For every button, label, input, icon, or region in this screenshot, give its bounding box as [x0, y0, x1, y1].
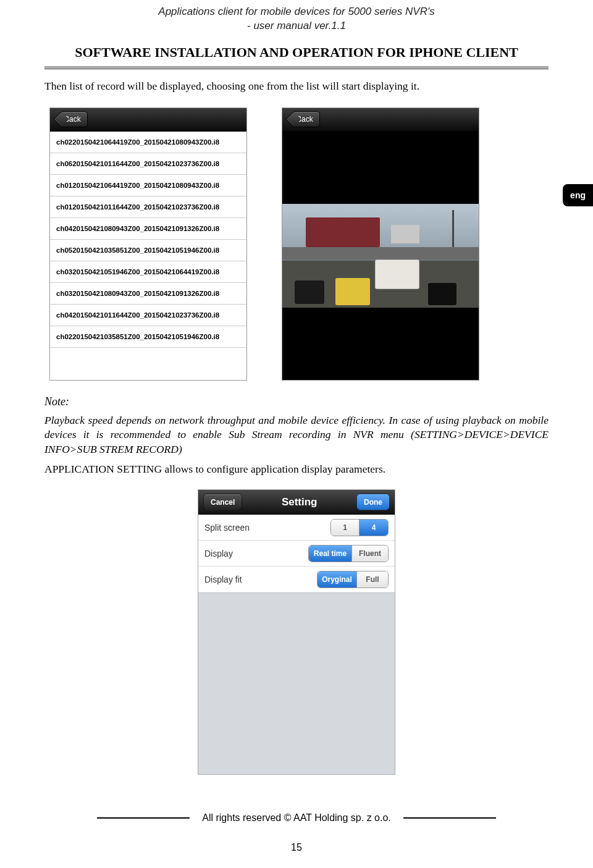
screenshots-row: Back ch0220150421064419Z00_2015042108094… — [49, 107, 549, 381]
list-item[interactable]: ch0320150421080943Z00_20150421091326Z00.… — [50, 283, 246, 305]
car-icon — [428, 283, 456, 305]
setting-row-display: Display Real time Fluent — [198, 541, 395, 567]
split-segmented[interactable]: 1 4 — [330, 519, 389, 536]
setting-title: Setting — [282, 496, 318, 508]
record-list-screenshot: Back ch0220150421064419Z00_2015042108094… — [49, 107, 247, 381]
playback-area — [282, 132, 479, 380]
back-button-label: Back — [64, 115, 81, 124]
segment-option[interactable]: Oryginal — [318, 571, 357, 588]
doc-header-line2: - user manual ver.1.1 — [44, 19, 549, 33]
building-icon — [306, 217, 380, 247]
record-list-titlebar: Back — [50, 108, 246, 132]
footer-rule — [97, 817, 190, 819]
segment-option[interactable]: Real time — [309, 546, 352, 562]
footer-rule — [403, 817, 496, 819]
segment-option[interactable]: Full — [357, 571, 388, 588]
van-icon — [375, 259, 419, 289]
setting-screenshot: Cancel Setting Done Split screen 1 4 Dis… — [198, 489, 395, 775]
app-setting-text: APPLICATION SETTING allows to configure … — [44, 463, 549, 476]
intro-text: Then list of record will be displayed, c… — [44, 79, 549, 94]
cancel-button[interactable]: Cancel — [203, 494, 242, 510]
playback-screenshot: Back — [282, 107, 479, 381]
note-body: Playback speed depends on network throug… — [44, 413, 549, 457]
list-item[interactable]: ch0420150421080943Z00_20150421091326Z00.… — [50, 218, 246, 240]
setting-row-split: Split screen 1 4 — [198, 515, 395, 541]
segment-option[interactable]: 1 — [331, 520, 360, 536]
list-item[interactable]: ch0120150421011644Z00_20150421023736Z00.… — [50, 196, 246, 218]
setting-row-fit: Display fit Oryginal Full — [198, 567, 395, 592]
setting-label: Display — [204, 549, 233, 558]
segment-option[interactable]: 4 — [360, 520, 388, 536]
setting-label: Display fit — [204, 575, 242, 584]
done-button[interactable]: Done — [356, 494, 390, 510]
note-label: Note: — [44, 395, 549, 408]
car-icon — [295, 280, 324, 304]
building-icon — [391, 225, 419, 243]
section-divider — [44, 67, 549, 69]
language-tab[interactable]: eng — [563, 184, 593, 206]
car-icon — [335, 278, 370, 305]
section-title: SOFTWARE INSTALLATION AND OPERATION FOR … — [44, 44, 549, 61]
list-item[interactable]: ch0220150421064419Z00_20150421080943Z00.… — [50, 132, 246, 153]
setting-label: Split screen — [204, 523, 250, 533]
list-item[interactable]: ch0420150421011644Z00_20150421023736Z00.… — [50, 305, 246, 326]
back-button-label: Back — [296, 115, 313, 124]
video-frame — [282, 204, 479, 308]
playback-titlebar: Back — [282, 108, 479, 132]
display-segmented[interactable]: Real time Fluent — [308, 545, 389, 562]
doc-header-line1: Applications client for mobile devices f… — [44, 5, 549, 19]
page-number: 15 — [0, 842, 593, 853]
doc-header: Applications client for mobile devices f… — [44, 5, 549, 33]
list-item[interactable]: ch0320150421051946Z00_20150421064419Z00.… — [50, 261, 246, 283]
list-item[interactable]: ch0220150421035851Z00_20150421051946Z00.… — [50, 326, 246, 348]
setting-titlebar: Cancel Setting Done — [198, 490, 395, 515]
back-button[interactable]: Back — [60, 111, 88, 127]
footer-text: All rights reserved © AAT Holding sp. z … — [202, 812, 391, 824]
list-item[interactable]: ch0520150421035851Z00_20150421051946Z00.… — [50, 240, 246, 261]
fit-segmented[interactable]: Oryginal Full — [317, 571, 389, 588]
record-list: ch0220150421064419Z00_20150421080943Z00.… — [50, 132, 246, 348]
setting-body: Split screen 1 4 Display Real time Fluen… — [198, 515, 395, 593]
page-footer: All rights reserved © AAT Holding sp. z … — [0, 812, 593, 853]
list-item[interactable]: ch0620150421011644Z00_20150421023736Z00.… — [50, 153, 246, 175]
segment-option[interactable]: Fluent — [352, 546, 388, 562]
back-button[interactable]: Back — [292, 111, 320, 127]
list-item[interactable]: ch0120150421064419Z00_20150421080943Z00.… — [50, 175, 246, 196]
